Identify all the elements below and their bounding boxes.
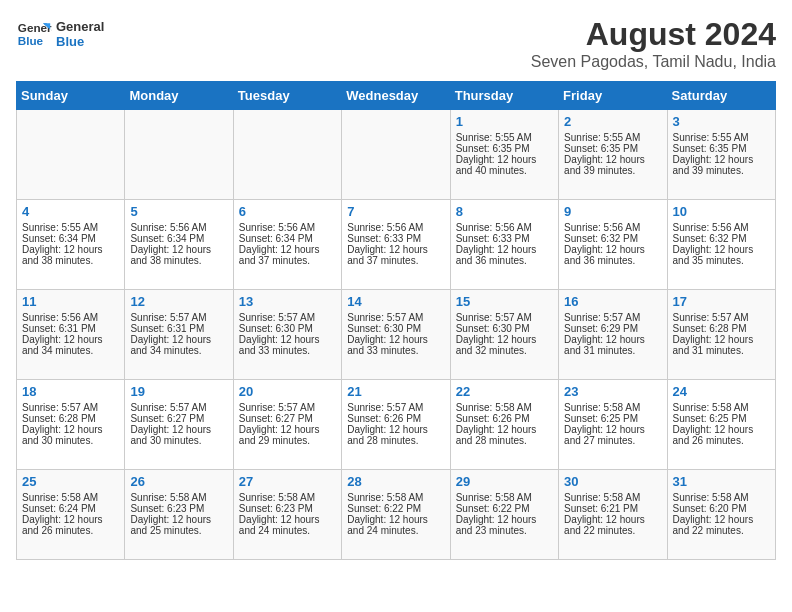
day-number: 13 (239, 294, 336, 309)
calendar-empty-cell (342, 110, 450, 200)
calendar-body: 1Sunrise: 5:55 AMSunset: 6:35 PMDaylight… (17, 110, 776, 560)
calendar-day-17: 17Sunrise: 5:57 AMSunset: 6:28 PMDayligh… (667, 290, 775, 380)
day-info-line: Sunrise: 5:58 AM (456, 492, 553, 503)
day-info-line: and 25 minutes. (130, 525, 227, 536)
day-number: 12 (130, 294, 227, 309)
day-info-line: and 31 minutes. (564, 345, 661, 356)
calendar-day-26: 26Sunrise: 5:58 AMSunset: 6:23 PMDayligh… (125, 470, 233, 560)
day-info-line: Daylight: 12 hours (22, 514, 119, 525)
day-number: 17 (673, 294, 770, 309)
calendar-day-25: 25Sunrise: 5:58 AMSunset: 6:24 PMDayligh… (17, 470, 125, 560)
logo-icon: General Blue (16, 16, 52, 52)
day-number: 9 (564, 204, 661, 219)
day-number: 23 (564, 384, 661, 399)
day-info-line: Sunrise: 5:55 AM (456, 132, 553, 143)
day-info-line: Sunrise: 5:56 AM (239, 222, 336, 233)
svg-text:Blue: Blue (18, 34, 44, 47)
calendar-empty-cell (233, 110, 341, 200)
day-info-line: and 30 minutes. (130, 435, 227, 446)
day-number: 31 (673, 474, 770, 489)
day-number: 18 (22, 384, 119, 399)
day-info-line: Sunset: 6:27 PM (130, 413, 227, 424)
day-header-wednesday: Wednesday (342, 82, 450, 110)
day-info-line: Sunrise: 5:58 AM (673, 402, 770, 413)
calendar-day-29: 29Sunrise: 5:58 AMSunset: 6:22 PMDayligh… (450, 470, 558, 560)
month-year: August 2024 (531, 16, 776, 53)
calendar-day-14: 14Sunrise: 5:57 AMSunset: 6:30 PMDayligh… (342, 290, 450, 380)
day-number: 16 (564, 294, 661, 309)
calendar-day-12: 12Sunrise: 5:57 AMSunset: 6:31 PMDayligh… (125, 290, 233, 380)
day-info-line: Sunset: 6:32 PM (673, 233, 770, 244)
day-info-line: Daylight: 12 hours (673, 244, 770, 255)
day-header-tuesday: Tuesday (233, 82, 341, 110)
day-info-line: and 35 minutes. (673, 255, 770, 266)
day-info-line: Sunset: 6:35 PM (456, 143, 553, 154)
calendar-day-20: 20Sunrise: 5:57 AMSunset: 6:27 PMDayligh… (233, 380, 341, 470)
day-info-line: Daylight: 12 hours (22, 334, 119, 345)
day-number: 28 (347, 474, 444, 489)
day-info-line: Sunset: 6:29 PM (564, 323, 661, 334)
day-info-line: Daylight: 12 hours (564, 514, 661, 525)
calendar-day-3: 3Sunrise: 5:55 AMSunset: 6:35 PMDaylight… (667, 110, 775, 200)
day-info-line: and 27 minutes. (564, 435, 661, 446)
day-info-line: Sunset: 6:28 PM (22, 413, 119, 424)
day-info-line: Sunrise: 5:58 AM (347, 492, 444, 503)
day-number: 14 (347, 294, 444, 309)
day-number: 22 (456, 384, 553, 399)
day-info-line: Sunset: 6:26 PM (456, 413, 553, 424)
day-header-monday: Monday (125, 82, 233, 110)
calendar-day-16: 16Sunrise: 5:57 AMSunset: 6:29 PMDayligh… (559, 290, 667, 380)
calendar-day-13: 13Sunrise: 5:57 AMSunset: 6:30 PMDayligh… (233, 290, 341, 380)
day-info-line: Sunrise: 5:57 AM (130, 312, 227, 323)
day-info-line: and 28 minutes. (347, 435, 444, 446)
day-info-line: and 31 minutes. (673, 345, 770, 356)
day-number: 1 (456, 114, 553, 129)
calendar-day-9: 9Sunrise: 5:56 AMSunset: 6:32 PMDaylight… (559, 200, 667, 290)
day-info-line: and 33 minutes. (347, 345, 444, 356)
day-info-line: Sunset: 6:24 PM (22, 503, 119, 514)
calendar-day-5: 5Sunrise: 5:56 AMSunset: 6:34 PMDaylight… (125, 200, 233, 290)
day-number: 26 (130, 474, 227, 489)
day-number: 3 (673, 114, 770, 129)
day-info-line: Sunrise: 5:58 AM (564, 402, 661, 413)
day-info-line: Sunrise: 5:58 AM (673, 492, 770, 503)
calendar-header-row: SundayMondayTuesdayWednesdayThursdayFrid… (17, 82, 776, 110)
day-info-line: Sunset: 6:21 PM (564, 503, 661, 514)
day-info-line: and 28 minutes. (456, 435, 553, 446)
day-info-line: Sunset: 6:25 PM (673, 413, 770, 424)
day-info-line: and 34 minutes. (22, 345, 119, 356)
day-info-line: Daylight: 12 hours (130, 514, 227, 525)
day-info-line: Daylight: 12 hours (673, 514, 770, 525)
day-info-line: Sunset: 6:31 PM (130, 323, 227, 334)
day-info-line: Daylight: 12 hours (673, 424, 770, 435)
day-info-line: Daylight: 12 hours (456, 424, 553, 435)
day-info-line: Sunrise: 5:56 AM (673, 222, 770, 233)
calendar-day-24: 24Sunrise: 5:58 AMSunset: 6:25 PMDayligh… (667, 380, 775, 470)
day-info-line: Daylight: 12 hours (239, 514, 336, 525)
calendar-empty-cell (17, 110, 125, 200)
day-info-line: Sunrise: 5:58 AM (456, 402, 553, 413)
calendar-table: SundayMondayTuesdayWednesdayThursdayFrid… (16, 81, 776, 560)
day-number: 15 (456, 294, 553, 309)
day-number: 11 (22, 294, 119, 309)
day-number: 2 (564, 114, 661, 129)
day-info-line: and 22 minutes. (673, 525, 770, 536)
day-info-line: and 24 minutes. (347, 525, 444, 536)
calendar-day-15: 15Sunrise: 5:57 AMSunset: 6:30 PMDayligh… (450, 290, 558, 380)
day-info-line: Daylight: 12 hours (564, 334, 661, 345)
day-info-line: Daylight: 12 hours (673, 334, 770, 345)
day-info-line: Sunset: 6:34 PM (130, 233, 227, 244)
day-info-line: Sunset: 6:32 PM (564, 233, 661, 244)
day-info-line: and 32 minutes. (456, 345, 553, 356)
day-info-line: Sunrise: 5:57 AM (673, 312, 770, 323)
day-info-line: Sunrise: 5:56 AM (564, 222, 661, 233)
day-info-line: Sunset: 6:23 PM (239, 503, 336, 514)
day-info-line: Sunrise: 5:57 AM (239, 312, 336, 323)
logo: General Blue General Blue (16, 16, 104, 52)
day-info-line: Daylight: 12 hours (564, 244, 661, 255)
day-info-line: and 22 minutes. (564, 525, 661, 536)
calendar-day-23: 23Sunrise: 5:58 AMSunset: 6:25 PMDayligh… (559, 380, 667, 470)
calendar-week-row: 25Sunrise: 5:58 AMSunset: 6:24 PMDayligh… (17, 470, 776, 560)
day-info-line: Sunset: 6:35 PM (564, 143, 661, 154)
day-info-line: Sunrise: 5:56 AM (347, 222, 444, 233)
